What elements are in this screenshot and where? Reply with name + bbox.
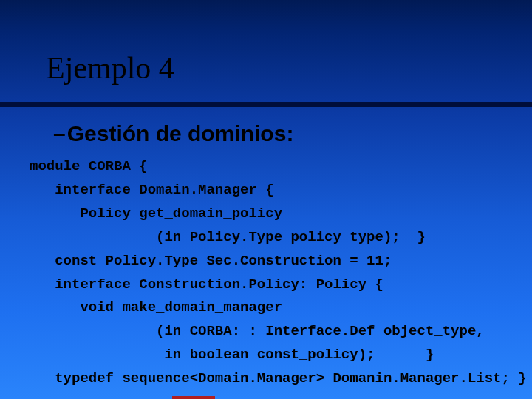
code-line: (in CORBA: : Interface.Def object_type, <box>30 323 485 339</box>
code-line: module CORBA { <box>30 158 148 174</box>
subtitle-text: Gestión de dominios: <box>67 121 294 146</box>
slide: Ejemplo 4 – Gestión de dominios: module … <box>0 0 532 399</box>
accent-bar <box>172 396 215 399</box>
subtitle-row: – Gestión de dominios: <box>53 121 293 146</box>
slide-title: Ejemplo 4 <box>46 50 174 86</box>
bullet-dash: – <box>53 121 66 146</box>
title-underline <box>0 102 532 107</box>
code-line: Policy get_domain_policy <box>30 205 282 222</box>
code-line: interface Construction.Policy: Policy { <box>30 276 383 293</box>
code-line: in boolean const_policy); } <box>30 347 434 363</box>
code-block: module CORBA { interface Domain.Manager … <box>30 155 510 391</box>
code-line: const Policy.Type Sec.Construction = 11; <box>30 253 392 269</box>
code-line: (in Policy.Type policy_type); } <box>30 229 426 245</box>
code-line: typedef sequence<Domain.Manager> Domanin… <box>30 370 527 386</box>
code-line: void make_domain_manager <box>30 299 282 316</box>
code-line: interface Domain.Manager { <box>30 182 274 198</box>
